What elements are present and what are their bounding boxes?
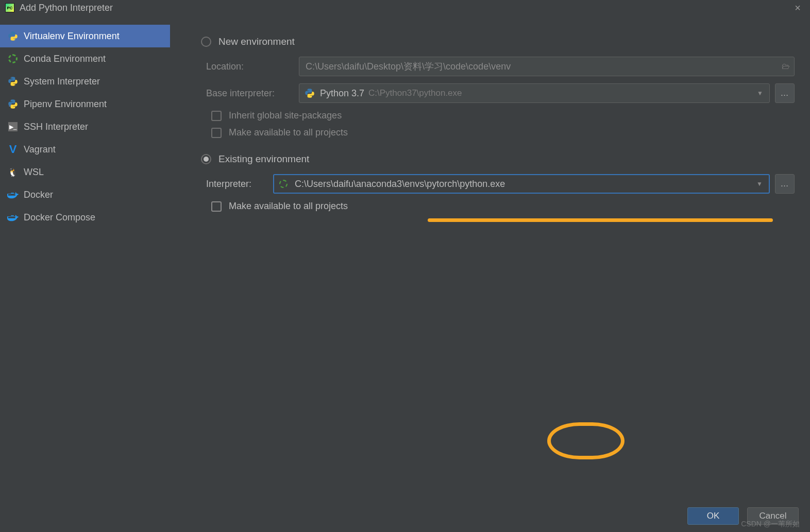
sidebar-item-label: System Interpreter xyxy=(24,76,100,87)
inherit-packages-label: Inherit global site-packages xyxy=(229,110,342,121)
pipenv-icon xyxy=(7,98,19,110)
interpreter-dropdown[interactable]: C:\Users\daifu\anaconda3\envs\pytorch\py… xyxy=(273,174,770,194)
existing-environment-label: Existing environment xyxy=(218,153,309,165)
python-icon xyxy=(305,88,315,98)
sidebar-item-label: Pipenv Environment xyxy=(24,99,107,110)
make-available-new-row: Make available to all projects xyxy=(211,127,795,138)
inherit-packages-row: Inherit global site-packages xyxy=(211,110,795,121)
conda-icon xyxy=(7,53,19,64)
python-icon xyxy=(7,76,19,87)
interpreter-label: Interpreter: xyxy=(206,179,273,190)
sidebar-item-system[interactable]: System Interpreter xyxy=(0,70,170,93)
sidebar-item-label: Docker xyxy=(24,190,53,200)
new-env-form: Location: C:\Users\daifu\Desktop\资料\学习\c… xyxy=(206,57,795,138)
location-value: C:\Users\daifu\Desktop\资料\学习\code\code\v… xyxy=(306,60,511,73)
linux-icon: 🐧 xyxy=(7,166,19,178)
chevron-down-icon: ▼ xyxy=(756,180,763,187)
sidebar-item-label: Vagrant xyxy=(24,144,56,155)
base-interpreter-path: C:\Python37\python.exe xyxy=(368,88,462,98)
sidebar-item-label: Virtualenv Environment xyxy=(24,31,120,42)
new-environment-label: New environment xyxy=(218,36,295,47)
interpreter-value: C:\Users\daifu\anaconda3\envs\pytorch\py… xyxy=(295,179,505,190)
sidebar-item-docker[interactable]: Docker xyxy=(0,183,170,206)
make-available-existing-row: Make available to all projects xyxy=(211,201,795,212)
existing-environment-radio[interactable] xyxy=(201,154,211,164)
interpreter-type-sidebar: Virtualenv Environment Conda Environment… xyxy=(0,15,170,532)
browse-base-interpreter-button[interactable]: … xyxy=(775,83,795,103)
sidebar-item-label: Conda Environment xyxy=(24,54,106,64)
base-interpreter-dropdown[interactable]: Python 3.7 C:\Python37\python.exe ▼ xyxy=(299,83,770,103)
make-available-new-label: Make available to all projects xyxy=(229,127,348,138)
vagrant-icon: V xyxy=(7,144,19,155)
conda-icon xyxy=(279,180,290,188)
existing-env-form: Interpreter: C:\Users\daifu\anaconda3\en… xyxy=(206,174,795,212)
sidebar-item-label: Docker Compose xyxy=(24,212,95,223)
base-interpreter-value: Python 3.7 xyxy=(320,88,364,99)
sidebar-item-conda[interactable]: Conda Environment xyxy=(0,47,170,70)
docker-icon xyxy=(7,189,19,200)
sidebar-item-wsl[interactable]: 🐧 WSL xyxy=(0,161,170,183)
python-icon xyxy=(7,30,19,42)
base-interpreter-label: Base interpreter: xyxy=(206,88,299,99)
title-bar: PC Add Python Interpreter × xyxy=(0,0,810,15)
make-available-existing-checkbox[interactable] xyxy=(211,201,222,212)
sidebar-item-label: SSH Interpreter xyxy=(24,122,88,132)
make-available-existing-label: Make available to all projects xyxy=(229,201,348,212)
make-available-new-checkbox[interactable] xyxy=(211,128,222,138)
folder-icon[interactable]: 🗁 xyxy=(782,62,790,71)
close-icon[interactable]: × xyxy=(790,2,805,14)
docker-compose-icon xyxy=(7,212,19,223)
new-environment-radio-row: New environment xyxy=(201,36,795,47)
annotation-underline xyxy=(428,218,773,222)
sidebar-item-vagrant[interactable]: V Vagrant xyxy=(0,138,170,161)
new-environment-radio[interactable] xyxy=(201,37,211,47)
existing-environment-radio-row: Existing environment xyxy=(201,153,795,165)
sidebar-item-ssh[interactable]: ▶_ SSH Interpreter xyxy=(0,115,170,138)
watermark: CSDN @一苇所如 xyxy=(741,520,800,529)
browse-interpreter-button[interactable]: … xyxy=(775,174,795,194)
inherit-packages-checkbox[interactable] xyxy=(211,111,222,121)
sidebar-item-pipenv[interactable]: Pipenv Environment xyxy=(0,93,170,115)
ok-button[interactable]: OK xyxy=(687,507,739,525)
location-label: Location: xyxy=(206,61,299,72)
sidebar-item-label: WSL xyxy=(24,167,44,178)
dialog-content: Virtualenv Environment Conda Environment… xyxy=(0,15,810,532)
annotation-circle xyxy=(547,422,625,459)
chevron-down-icon: ▼ xyxy=(757,90,763,97)
sidebar-item-docker-compose[interactable]: Docker Compose xyxy=(0,206,170,229)
window-title: Add Python Interpreter xyxy=(20,3,113,13)
ssh-icon: ▶_ xyxy=(7,121,19,132)
main-panel: New environment Location: C:\Users\daifu… xyxy=(170,15,810,532)
location-input[interactable]: C:\Users\daifu\Desktop\资料\学习\code\code\v… xyxy=(299,57,795,76)
sidebar-item-virtualenv[interactable]: Virtualenv Environment xyxy=(0,25,170,47)
pycharm-icon: PC xyxy=(5,3,14,12)
